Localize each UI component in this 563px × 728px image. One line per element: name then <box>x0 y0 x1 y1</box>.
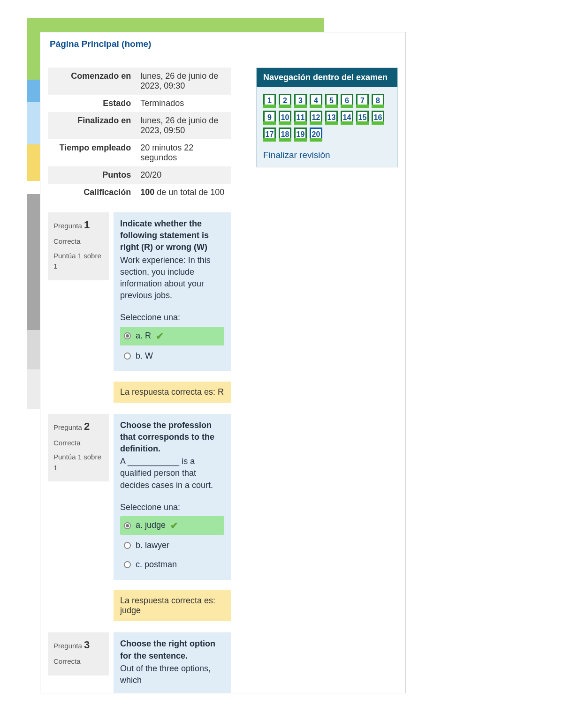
correct-answer-feedback: La respuesta correcta es: R <box>114 382 231 403</box>
question-info: Pregunta 3Correcta <box>48 632 109 675</box>
question-number: 2 <box>84 420 90 432</box>
question-block: Pregunta 3CorrectaChoose the right optio… <box>48 632 231 693</box>
check-icon: ✔ <box>156 330 164 343</box>
question-nav-button[interactable]: 4 <box>310 94 322 108</box>
question-nav-button[interactable]: 17 <box>263 128 276 142</box>
question-nav-button[interactable]: 18 <box>279 128 291 142</box>
question-state: Correcta <box>53 438 103 449</box>
answer-text: a. R <box>136 330 151 342</box>
question-body: Work experience: In this section, you in… <box>120 255 224 302</box>
quiz-navigation-block: Navegación dentro del examen 12345678910… <box>256 68 398 167</box>
select-one-prompt: Seleccione una: <box>120 312 224 323</box>
summary-label: Tiempo empleado <box>48 139 136 166</box>
question-content: Choose the profession that corresponds t… <box>114 414 231 580</box>
question-nav-button[interactable]: 2 <box>279 94 291 108</box>
question-stem: Choose the right option for the sentence… <box>120 638 224 661</box>
question-content: Choose the right option for the sentence… <box>114 632 231 693</box>
answer-text: a. judge <box>136 519 166 531</box>
finish-review-link[interactable]: Finalizar revisión <box>263 150 330 160</box>
breadcrumb: Página Principal (home) <box>40 32 405 56</box>
question-nav-button[interactable]: 15 <box>356 111 369 125</box>
question-state: Correcta <box>53 656 103 667</box>
question-nav-button[interactable]: 14 <box>341 111 353 125</box>
question-nav-button[interactable]: 19 <box>294 128 307 142</box>
radio-icon <box>124 353 131 360</box>
question-nav-button[interactable]: 10 <box>279 111 291 125</box>
answer-option[interactable]: b. lawyer <box>120 537 224 554</box>
check-icon: ✔ <box>170 519 178 532</box>
question-content: Indicate whether the following statement… <box>114 212 231 371</box>
question-info: Pregunta 2CorrectaPuntúa 1 sobre 1 <box>48 414 109 482</box>
question-body: A ___________ is a qualified person that… <box>120 456 224 491</box>
question-stem: Choose the profession that corresponds t… <box>120 420 224 455</box>
page-frame: Página Principal (home) Comenzado enlune… <box>40 32 406 693</box>
select-one-prompt: Seleccione una: <box>120 502 224 513</box>
summary-value: 100 de un total de 100 <box>136 184 231 201</box>
answer-option[interactable]: a. R✔ <box>120 327 224 345</box>
attempt-summary-table: Comenzado enlunes, 26 de junio de 2023, … <box>48 68 231 201</box>
radio-icon <box>124 332 131 339</box>
answer-text: b. lawyer <box>136 540 169 551</box>
answer-option[interactable]: c. postman <box>120 556 224 573</box>
question-nav-button[interactable]: 13 <box>325 111 338 125</box>
radio-icon <box>124 542 131 549</box>
question-nav-button[interactable]: 8 <box>372 94 384 108</box>
summary-label: Finalizado en <box>48 112 136 139</box>
decorative-side-strips <box>27 38 40 409</box>
question-nav-button[interactable]: 7 <box>356 94 369 108</box>
quiz-navigation-title: Navegación dentro del examen <box>257 68 397 87</box>
question-number: 1 <box>84 219 90 231</box>
answer-text: c. postman <box>136 559 177 570</box>
question-nav-button[interactable]: 9 <box>263 111 276 125</box>
breadcrumb-home-link[interactable]: Página Principal (home) <box>50 39 151 49</box>
question-nav-button[interactable]: 6 <box>341 94 353 108</box>
radio-icon <box>124 561 131 568</box>
question-block: Pregunta 1CorrectaPuntúa 1 sobre 1Indica… <box>48 212 231 403</box>
summary-value: 20/20 <box>136 166 231 184</box>
question-nav-button[interactable]: 16 <box>372 111 384 125</box>
question-nav-button[interactable]: 12 <box>310 111 322 125</box>
question-state: Correcta <box>53 236 103 247</box>
question-label: Pregunta 2 <box>53 419 103 434</box>
question-label: Pregunta 1 <box>53 217 103 233</box>
question-body: Out of the three options, which <box>120 663 224 686</box>
question-number-grid: 1234567891011121314151617181920 <box>263 94 391 142</box>
answer-option[interactable]: b. W <box>120 347 224 365</box>
question-number: 3 <box>84 639 90 651</box>
question-grade: Puntúa 1 sobre 1 <box>53 452 103 473</box>
question-block: Pregunta 2CorrectaPuntúa 1 sobre 1Choose… <box>48 414 231 622</box>
summary-label: Estado <box>48 95 136 112</box>
answer-text: b. W <box>136 350 153 362</box>
answer-option[interactable]: a. judge✔ <box>120 516 224 535</box>
summary-label: Puntos <box>48 166 136 184</box>
question-stem: Indicate whether the following statement… <box>120 218 224 254</box>
question-nav-button[interactable]: 11 <box>294 111 307 125</box>
summary-value: 20 minutos 22 segundos <box>136 139 231 166</box>
summary-value: lunes, 26 de junio de 2023, 09:30 <box>136 68 231 95</box>
summary-label: Calificación <box>48 184 136 201</box>
question-nav-button[interactable]: 3 <box>294 94 307 108</box>
question-nav-button[interactable]: 20 <box>310 128 322 142</box>
summary-value: lunes, 26 de junio de 2023, 09:50 <box>136 112 231 139</box>
radio-icon <box>124 522 131 529</box>
question-nav-button[interactable]: 1 <box>263 94 276 108</box>
main-column: Comenzado enlunes, 26 de junio de 2023, … <box>40 56 238 693</box>
question-info: Pregunta 1CorrectaPuntúa 1 sobre 1 <box>48 212 109 280</box>
summary-label: Comenzado en <box>48 68 136 95</box>
question-label: Pregunta 3 <box>53 637 103 653</box>
summary-value: Terminados <box>136 95 231 112</box>
side-column: Navegación dentro del examen 12345678910… <box>256 56 405 167</box>
question-grade: Puntúa 1 sobre 1 <box>53 251 103 272</box>
correct-answer-feedback: La respuesta correcta es: judge <box>114 590 231 621</box>
question-nav-button[interactable]: 5 <box>325 94 338 108</box>
